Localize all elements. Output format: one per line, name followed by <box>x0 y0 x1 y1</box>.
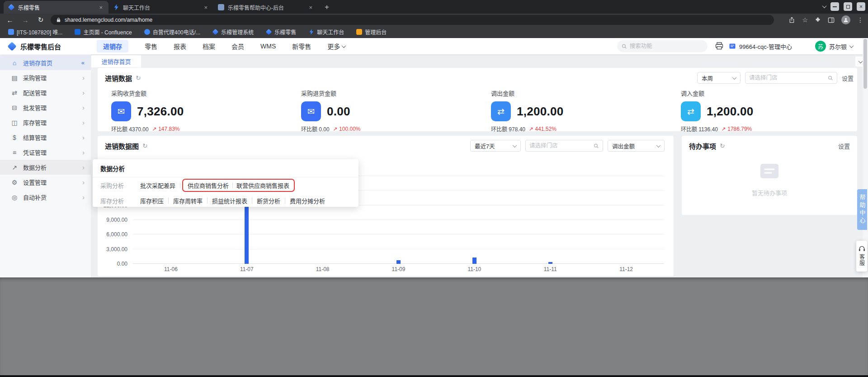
x-axis-tick: 11-09 <box>361 266 437 274</box>
url-bar[interactable]: shared.lemengcloud.com/ama/home <box>51 15 774 25</box>
sidebar-item-delivery[interactable]: ⇄ 配送管理 › <box>0 85 91 100</box>
forward-icon[interactable]: → <box>19 14 32 26</box>
sidebar-item-settings[interactable]: ⚙ 设置管理 › <box>0 175 91 190</box>
todo-settings-link[interactable]: 设置 <box>838 142 850 150</box>
menu-item-inventory-backlog[interactable]: 库存积压 <box>140 196 164 205</box>
sidebar-item-settlement[interactable]: $ 结算管理 › <box>0 130 91 145</box>
sidebar-item-home[interactable]: ⌂ 进销存首页 « <box>0 55 91 70</box>
nav-reports[interactable]: 报表 <box>174 42 186 51</box>
org-selector[interactable]: 99664-cqc-管理中心 <box>729 38 792 54</box>
address-bar-actions: ☆ ⋮ <box>788 14 863 26</box>
menu-item-inventory-turnover[interactable]: 库存周转率 <box>173 196 203 205</box>
bookmark-chat-workbench[interactable]: 聊天工作台 <box>308 28 344 36</box>
browser-tab-chat[interactable]: 聊天工作台 × <box>108 1 213 14</box>
nav-more[interactable]: 更多 <box>327 42 345 51</box>
menu-item-joint-supplier-sales-report[interactable]: 联营供应商销售报表 <box>236 181 289 190</box>
nav-wms[interactable]: WMS <box>260 43 276 50</box>
close-window-button[interactable]: × <box>857 2 865 11</box>
screen: 乐檬零售 × 聊天工作台 × 乐檬零售帮助中心-后台 × + × ← → ↻ s… <box>0 0 868 377</box>
side-panel-icon[interactable] <box>828 17 835 24</box>
maximize-button[interactable] <box>844 2 852 11</box>
nav-new-retail[interactable]: 新零售 <box>292 42 311 51</box>
store-filter[interactable] <box>745 72 837 84</box>
tab-title: 聊天工作台 <box>123 4 199 11</box>
bookmark-lemeng-admin[interactable]: 乐檬管理系统 <box>212 28 254 36</box>
function-search-input[interactable] <box>630 43 703 49</box>
page-tab-home[interactable]: 进销存首页 <box>91 55 141 67</box>
date-range-select[interactable]: 最近7天 <box>470 140 521 152</box>
printer-icon[interactable] <box>715 42 723 52</box>
todo-empty-state: 暂无待办事项 <box>682 162 857 197</box>
user-menu[interactable]: 苏 苏尔银 <box>815 38 853 54</box>
chart-controls: 最近7天 调出金额 <box>470 140 665 152</box>
annotation-highlight-box: 供应商销售分析 联营供应商销售报表 <box>182 179 295 192</box>
collapse-sidebar-icon[interactable]: « <box>81 59 85 66</box>
share-icon[interactable] <box>788 17 795 24</box>
x-axis-tick: 11-12 <box>588 266 664 274</box>
store-filter-input[interactable] <box>749 75 825 81</box>
top-navigation: 进销存 零售 报表 档案 会员 WMS 新零售 更多 <box>97 38 345 54</box>
chart-store-filter[interactable] <box>525 140 603 152</box>
function-search[interactable] <box>617 40 708 52</box>
chevron-down-icon <box>732 75 737 80</box>
menu-item-batch-allocation-diff[interactable]: 批次采配差异 <box>140 181 175 190</box>
x-axis-tick: 11-07 <box>209 266 285 274</box>
minimize-button[interactable] <box>830 2 839 11</box>
help-center-button[interactable]: 帮助中心 <box>857 189 867 230</box>
app-logo[interactable]: 乐檬零售后台 <box>8 38 61 54</box>
sidebar-item-inventory[interactable]: ◫ 库存管理 › <box>0 115 91 130</box>
tab-title: 乐檬零售帮助中心-后台 <box>228 4 304 11</box>
backend-favicon <box>356 29 362 35</box>
auto-replenish-icon: ◎ <box>11 194 18 201</box>
bookmark-agent-400[interactable]: 自营代理400电话/... <box>144 28 200 36</box>
stat-card-transfer-out: 调出金额 ⇄ 1,200.00 环比额 978.40 ↗ 441.52% <box>477 89 667 133</box>
browser-menu-icon[interactable]: ⋮ <box>857 16 863 24</box>
bookmark-its[interactable]: [ITS-1087820] 唯... <box>8 28 62 36</box>
sidebar-item-data-analysis[interactable]: ↗ 数据分析 › <box>0 160 91 175</box>
tab-close-icon[interactable]: × <box>203 4 209 11</box>
browser-tab-strip: 乐檬零售 × 聊天工作台 × 乐檬零售帮助中心-后台 × + × <box>0 0 868 14</box>
new-tab-button[interactable]: + <box>321 1 333 13</box>
stats-settings-link[interactable]: 设置 <box>842 74 854 82</box>
period-select[interactable]: 本周 <box>697 72 741 84</box>
chart-store-input[interactable] <box>529 143 591 149</box>
bookmark-confluence[interactable]: 主页面 - Confluence <box>75 28 132 36</box>
chart-slot <box>361 176 437 264</box>
refresh-icon[interactable]: ↻ <box>136 74 141 81</box>
menu-item-profit-loss-report[interactable]: 损益统计报表 <box>212 196 247 205</box>
browser-tab-lemeng[interactable]: 乐檬零售 × <box>4 1 108 14</box>
divider <box>180 182 180 188</box>
inventory-analysis-row: 库存分析 库存积压 库存周转率 损益统计报表 断货分析 费用分摊分析 <box>93 193 359 208</box>
nav-retail[interactable]: 零售 <box>145 42 157 51</box>
bookmark-star-icon[interactable]: ☆ <box>802 16 808 24</box>
refresh-icon[interactable]: ↻ <box>720 142 725 149</box>
back-icon[interactable]: ← <box>4 14 16 26</box>
tab-close-icon[interactable]: × <box>307 4 314 11</box>
nav-archives[interactable]: 档案 <box>203 42 215 51</box>
refresh-icon[interactable]: ↻ <box>142 142 148 149</box>
sidebar-item-auto-replenish[interactable]: ◎ 自动补货 › <box>0 190 91 205</box>
reload-icon[interactable]: ↻ <box>34 14 47 26</box>
chevron-right-icon: › <box>82 193 85 201</box>
sidebar-item-voucher[interactable]: ≡ 凭证管理 › <box>0 145 91 160</box>
tab-title: 乐檬零售 <box>18 4 94 11</box>
analytics-icon: ↗ <box>11 164 18 171</box>
extensions-puzzle-icon[interactable] <box>815 17 821 23</box>
sidebar-item-purchase[interactable]: ▤ 采购管理 › <box>0 70 91 85</box>
tab-close-icon[interactable]: × <box>98 4 104 11</box>
sidebar-item-wholesale[interactable]: ⊟ 批发管理 › <box>0 100 91 115</box>
metric-select[interactable]: 调出金额 <box>608 140 665 152</box>
bookmark-lemeng-retail[interactable]: 乐檬零售 <box>266 28 296 36</box>
menu-item-supplier-sales-analysis[interactable]: 供应商销售分析 <box>188 181 229 190</box>
menu-item-expense-allocation[interactable]: 费用分摊分析 <box>290 196 325 205</box>
tab-list-chevron-icon[interactable] <box>822 4 827 8</box>
browser-tab-help-center[interactable]: 乐檬零售帮助中心-后台 × <box>213 1 318 14</box>
customer-service-button[interactable]: 客服 <box>856 241 867 272</box>
maximize-icon <box>846 5 850 9</box>
menu-item-stockout-analysis[interactable]: 断货分析 <box>257 196 280 205</box>
nav-members[interactable]: 会员 <box>231 42 244 51</box>
browser-profile-avatar[interactable] <box>841 15 850 24</box>
bookmark-admin-backend[interactable]: 管理后台 <box>356 28 387 36</box>
nav-jinxiaocun[interactable]: 进销存 <box>97 40 128 52</box>
scrollbar-thumb[interactable] <box>863 39 867 89</box>
